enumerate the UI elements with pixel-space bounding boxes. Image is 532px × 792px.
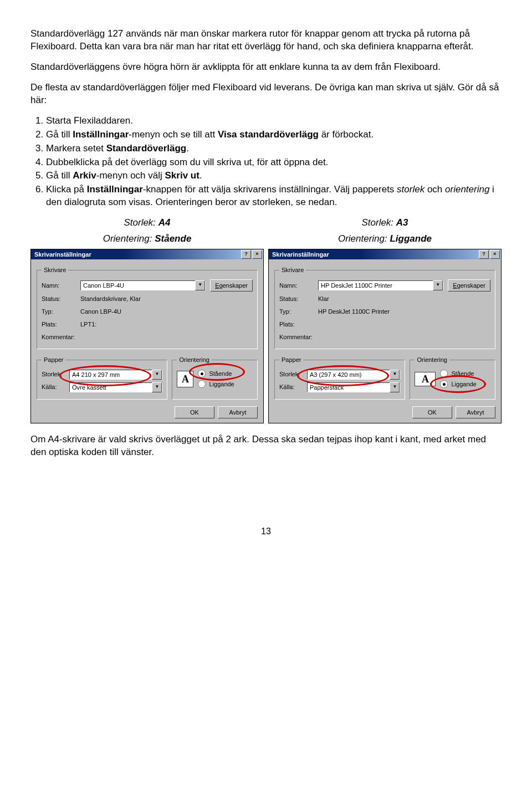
column-a4: Storlek: A4 Orientering: Stående Skrivar… xyxy=(30,217,264,423)
window-title: Skrivarinställningar xyxy=(270,251,478,259)
radio-portrait[interactable]: Stående xyxy=(198,370,234,378)
chevron-down-icon: ▼ xyxy=(195,280,205,290)
step-4: Dubbelklicka på det överlägg som du vill… xyxy=(46,156,502,169)
group-orientation: Orientering A Stående Liggande xyxy=(410,356,495,400)
label-type: Typ: xyxy=(42,308,80,316)
radio-icon xyxy=(440,380,448,388)
label-comment: Kommentar: xyxy=(42,333,80,341)
print-dialog-a4: Skrivarinställningar ? × Skrivare Namn: … xyxy=(30,249,264,423)
titlebar: Skrivarinställningar ? × xyxy=(269,249,501,259)
help-button[interactable]: ? xyxy=(241,250,251,259)
paper-source-combo[interactable]: Övre kassett ▼ xyxy=(69,382,162,392)
intro-para-3: De flesta av standardöverläggen följer m… xyxy=(30,81,502,107)
chevron-down-icon: ▼ xyxy=(390,370,400,380)
cancel-button[interactable]: Avbryt xyxy=(218,406,258,418)
group-orientation: Orientering A Stående Liggande xyxy=(172,356,258,400)
step-3: Markera setet Standardöverlägg. xyxy=(46,142,502,155)
paper-size-combo[interactable]: A3 (297 x 420 mm) ▼ xyxy=(307,370,400,380)
chevron-down-icon: ▼ xyxy=(390,382,400,392)
group-printer-legend: Skrivare xyxy=(42,266,68,274)
orientation-preview-icon: A xyxy=(415,372,436,386)
window-title: Skrivarinställningar xyxy=(32,251,240,259)
radio-portrait[interactable]: Stående xyxy=(440,370,476,378)
intro-para-2: Standardöverläggens övre högra hörn är a… xyxy=(30,61,502,74)
label-size: Storlek: xyxy=(279,370,307,379)
print-dialog-a3: Skrivarinställningar ? × Skrivare Namn: … xyxy=(268,249,502,423)
column-a3: Storlek: A3 Orientering: Liggande Skriva… xyxy=(268,217,502,423)
ok-button[interactable]: OK xyxy=(412,406,452,418)
group-printer-legend: Skrivare xyxy=(279,266,306,274)
type-value: Canon LBP-4U xyxy=(80,308,253,316)
radio-icon xyxy=(440,370,448,377)
group-printer: Skrivare Namn: Canon LBP-4U ▼ Egenskaper… xyxy=(37,266,258,349)
steps-list: Starta Flexiladdaren. Gå till Inställnin… xyxy=(30,115,502,210)
step-6: Klicka på Inställningar-knappen för att … xyxy=(46,183,502,209)
properties-button[interactable]: Egenskaper xyxy=(448,279,490,292)
properties-button[interactable]: Egenskaper xyxy=(210,279,253,292)
orientation-preview-icon: A xyxy=(177,371,193,387)
col-head-a3-size: Storlek: A3 xyxy=(268,217,502,229)
group-orientation-legend: Orientering xyxy=(177,356,211,364)
label-comment: Kommentar: xyxy=(279,333,318,341)
label-name: Namn: xyxy=(279,282,318,290)
group-paper: Papper Storlek: A3 (297 x 420 mm) ▼ xyxy=(274,356,405,400)
col-head-a3-orient: Orientering: Liggande xyxy=(268,233,502,246)
label-name: Namn: xyxy=(42,282,80,290)
label-type: Typ: xyxy=(279,308,318,316)
step-1: Starta Flexiladdaren. xyxy=(46,115,502,127)
paper-source-combo[interactable]: Pappersfack ▼ xyxy=(307,382,400,392)
outro-para: Om A4-skrivare är vald skrivs överlägget… xyxy=(30,433,502,459)
label-status: Status: xyxy=(279,295,318,303)
titlebar: Skrivarinställningar ? × xyxy=(31,249,263,259)
group-printer: Skrivare Namn: HP DeskJet 1100C Printer … xyxy=(274,266,495,349)
group-orientation-legend: Orientering xyxy=(415,356,449,364)
radio-icon xyxy=(198,370,206,377)
step-5: Gå till Arkiv-menyn och välj Skriv ut. xyxy=(46,170,502,182)
radio-landscape[interactable]: Liggande xyxy=(198,380,234,389)
chevron-down-icon: ▼ xyxy=(433,280,443,290)
type-value: HP DeskJet 1100C Printer xyxy=(318,308,490,316)
cancel-button[interactable]: Avbryt xyxy=(456,406,495,418)
group-paper-legend: Papper xyxy=(279,356,303,364)
printer-name-combo[interactable]: Canon LBP-4U ▼ xyxy=(80,280,206,290)
group-paper: Papper Storlek: A4 210 x 297 mm ▼ xyxy=(37,356,167,400)
label-place: Plats: xyxy=(42,320,80,329)
status-value: Klar xyxy=(318,295,490,303)
paper-size-combo[interactable]: A4 210 x 297 mm ▼ xyxy=(69,370,162,380)
radio-icon xyxy=(198,380,206,388)
group-paper-legend: Papper xyxy=(42,356,65,364)
printer-name-combo[interactable]: HP DeskJet 1100C Printer ▼ xyxy=(318,280,443,290)
label-status: Status: xyxy=(42,295,80,303)
close-button[interactable]: × xyxy=(252,250,262,259)
label-source: Källa: xyxy=(279,383,307,391)
intro-para-1: Standardöverlägg 127 används när man öns… xyxy=(30,28,502,53)
step-2: Gå till Inställningar-menyn och se till … xyxy=(46,129,502,141)
chevron-down-icon: ▼ xyxy=(152,370,162,380)
label-size: Storlek: xyxy=(42,370,69,379)
label-source: Källa: xyxy=(42,383,69,391)
close-button[interactable]: × xyxy=(490,250,500,259)
help-button[interactable]: ? xyxy=(479,250,489,259)
label-place: Plats: xyxy=(279,320,318,329)
ok-button[interactable]: OK xyxy=(175,406,214,418)
radio-landscape[interactable]: Liggande xyxy=(440,380,476,389)
place-value: LPT1: xyxy=(80,320,253,329)
chevron-down-icon: ▼ xyxy=(152,382,162,392)
page-number: 13 xyxy=(30,525,502,538)
status-value: Standardskrivare, Klar xyxy=(80,295,253,303)
col-head-a4-orient: Orientering: Stående xyxy=(30,233,264,246)
col-head-a4-size: Storlek: A4 xyxy=(30,217,264,229)
